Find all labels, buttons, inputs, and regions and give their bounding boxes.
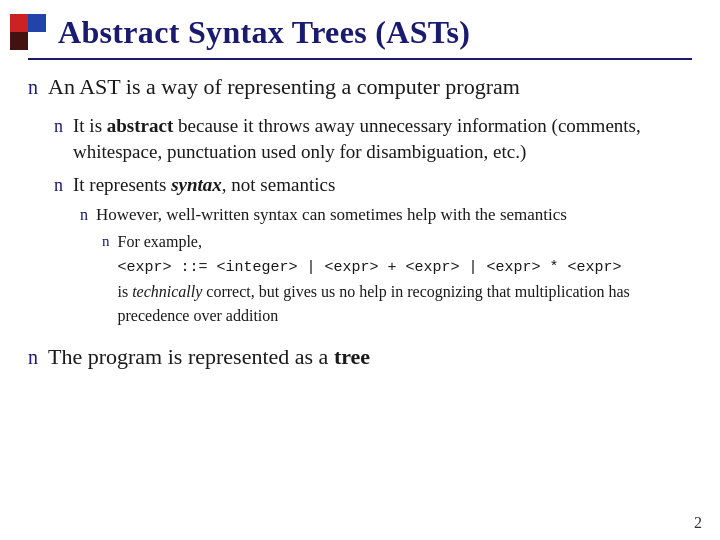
logo-square-empty — [28, 32, 46, 50]
logo — [10, 14, 46, 50]
bullet-1-marker: n — [28, 73, 38, 101]
bullet-1-2-1-1: n For example, <expr> ::= <integer> | <e… — [102, 230, 690, 328]
bullet-1-2-1-1-text: For example, <expr> ::= <integer> | <exp… — [118, 230, 691, 328]
logo-square-blue — [28, 14, 46, 32]
page-number: 2 — [694, 514, 702, 532]
bullet-1-2-marker: n — [54, 173, 63, 198]
bullet-2: n The program is represented as a tree — [28, 342, 690, 373]
code-example: <expr> ::= <integer> | <expr> + <expr> |… — [118, 259, 622, 276]
bullet-1-2-text: It represents syntax, not semantics — [73, 172, 335, 199]
slide-content: n An AST is a way of representing a comp… — [0, 60, 720, 540]
bullet-1-2-1-text: However, well-written syntax can sometim… — [96, 203, 567, 227]
bullet-1-1-marker: n — [54, 114, 63, 139]
bullet-1-2-1-marker: n — [80, 204, 88, 226]
bullet-2-marker: n — [28, 343, 38, 371]
bullet-1-1: n It is abstract because it throws away … — [54, 113, 690, 166]
bullet-1-text: An AST is a way of representing a comput… — [48, 72, 520, 103]
logo-square-red — [10, 14, 28, 32]
bullet-1-2: n It represents syntax, not semantics — [54, 172, 690, 199]
bullet-1-2-1-sub: n For example, <expr> ::= <integer> | <e… — [102, 230, 690, 328]
bullet-1-2-sub: n However, well-written syntax can somet… — [80, 203, 690, 328]
slide: Abstract Syntax Trees (ASTs) n An AST is… — [0, 0, 720, 540]
bullet-1-sub: n It is abstract because it throws away … — [54, 107, 690, 328]
bullet-2-text: The program is represented as a tree — [48, 342, 370, 373]
bullet-1-1-text: It is abstract because it throws away un… — [73, 113, 690, 166]
bullet-1: n An AST is a way of representing a comp… — [28, 72, 690, 103]
bullet-1-2-1-1-marker: n — [102, 231, 110, 252]
slide-title: Abstract Syntax Trees (ASTs) — [58, 14, 470, 51]
bullet-1-2-1: n However, well-written syntax can somet… — [80, 203, 690, 227]
logo-square-dark — [10, 32, 28, 50]
title-bar: Abstract Syntax Trees (ASTs) — [0, 0, 720, 58]
